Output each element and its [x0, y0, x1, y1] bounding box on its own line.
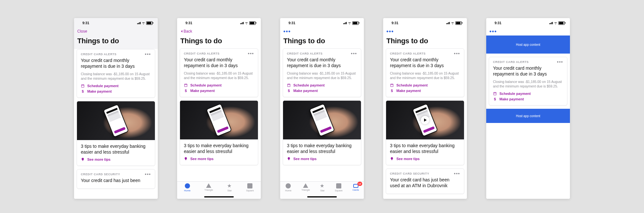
- see-more-tips-action[interactable]: See more tips: [287, 157, 357, 161]
- nav-overflow-button[interactable]: •••: [489, 30, 497, 33]
- battery-icon: [249, 21, 256, 25]
- cellular-icon: [137, 22, 141, 24]
- scroll-area[interactable]: Things to do CREDIT CARD ALERTS••• Your …: [280, 36, 364, 199]
- nav-overflow-button[interactable]: •••: [386, 30, 394, 33]
- tips-card[interactable]: 3 tips to make everyday banking easier a…: [386, 100, 464, 165]
- cellular-icon: [240, 22, 244, 24]
- home-indicator[interactable]: [307, 196, 337, 198]
- make-payment-action[interactable]: $Make payment: [493, 97, 563, 101]
- credit-card-alert-card[interactable]: CREDIT CARD ALERTS••• Your credit card m…: [489, 57, 567, 106]
- tips-card-image: [77, 101, 155, 140]
- cellular-icon: [446, 22, 450, 24]
- tips-card-image: [180, 101, 258, 139]
- schedule-payment-action[interactable]: Schedule payment: [81, 84, 151, 88]
- make-payment-action[interactable]: $ Make payment: [81, 89, 151, 93]
- card-overflow-icon[interactable]: •••: [145, 53, 151, 55]
- page-title: Things to do: [283, 37, 361, 45]
- make-payment-action[interactable]: $Make payment: [390, 89, 460, 93]
- wifi-icon: [348, 21, 351, 25]
- status-bar: 9:31: [177, 18, 261, 26]
- tab-home[interactable]: Home: [184, 183, 191, 192]
- tab-star[interactable]: ★Star: [320, 183, 325, 192]
- scroll-area[interactable]: CREDIT CARD ALERTS ••• Your credit card …: [74, 49, 158, 199]
- phone-variant-video: 9:31 ••• Things to do CREDIT CARD ALERTS…: [383, 18, 467, 199]
- tab-star[interactable]: ★Star: [227, 183, 232, 192]
- phone-variant-embedded: 9:31 ••• Host app content CREDIT CARD AL…: [486, 18, 570, 199]
- close-button[interactable]: Close: [77, 29, 87, 34]
- calendar-icon: [184, 83, 188, 87]
- dollar-icon: $: [287, 89, 291, 93]
- circle-icon: [286, 183, 291, 188]
- nav-bar: •••: [280, 26, 364, 36]
- tab-triangle[interactable]: Triangle: [301, 183, 310, 191]
- credit-card-security-card[interactable]: CREDIT CARD SECURITY••• Your credit card…: [386, 168, 464, 194]
- schedule-payment-action[interactable]: Schedule payment: [390, 83, 460, 87]
- home-indicator[interactable]: [204, 196, 234, 198]
- scroll-area[interactable]: Things to do CREDIT CARD ALERTS••• Your …: [383, 36, 467, 199]
- card-overflow-icon[interactable]: •••: [454, 173, 460, 175]
- status-time: 9:31: [392, 21, 398, 25]
- tab-badge: 12: [357, 182, 362, 186]
- lightbulb-icon: [81, 157, 85, 161]
- chevron-left-icon: [180, 29, 184, 33]
- host-app-placeholder-top: Host app content: [486, 36, 570, 54]
- credit-card-security-card[interactable]: CREDIT CARD SECURITY ••• Your credit car…: [77, 169, 155, 189]
- status-bar: 9:31: [280, 18, 364, 26]
- card-caption: CREDIT CARD SECURITY: [81, 173, 120, 176]
- circle-icon: [185, 183, 190, 188]
- calendar-icon: [81, 84, 85, 88]
- credit-card-alert-card[interactable]: CREDIT CARD ALERTS••• Your credit card m…: [283, 48, 361, 97]
- card-overflow-icon[interactable]: •••: [454, 53, 460, 55]
- wifi-icon: [554, 21, 557, 25]
- tips-card[interactable]: 3 tips to make everyday banking easier a…: [283, 100, 361, 165]
- wifi-icon: [451, 21, 454, 25]
- nav-bar: •••: [486, 26, 570, 36]
- credit-card-alert-card[interactable]: CREDIT CARD ALERTS••• Your credit card m…: [180, 48, 258, 97]
- tips-card[interactable]: 3 tips to make everyday banking easier a…: [180, 100, 258, 165]
- card-overflow-icon[interactable]: •••: [248, 53, 254, 55]
- schedule-payment-action[interactable]: Schedule payment: [493, 92, 563, 96]
- credit-card-alert-card[interactable]: CREDIT CARD ALERTS••• Your credit card m…: [386, 48, 464, 97]
- tab-triangle[interactable]: Triangle: [204, 183, 213, 191]
- status-time: 9:31: [82, 21, 89, 25]
- tab-square[interactable]: Square: [335, 183, 343, 192]
- see-more-tips-action[interactable]: See more tips: [390, 157, 460, 161]
- dollar-icon: $: [390, 89, 394, 93]
- tab-square[interactable]: Square: [246, 183, 254, 192]
- back-button[interactable]: Back: [180, 29, 192, 34]
- page-title: Things to do: [386, 37, 464, 45]
- tips-card[interactable]: 3 tips to make everyday banking easier a…: [77, 101, 155, 166]
- phone-variant-close: 9:31 Close Things to do C: [74, 18, 158, 199]
- make-payment-action[interactable]: $Make payment: [287, 89, 357, 93]
- card-title: Your credit card has just been: [81, 178, 151, 183]
- host-app-placeholder-bottom: Host app content: [486, 109, 570, 123]
- credit-card-alert-card[interactable]: CREDIT CARD ALERTS ••• Your credit card …: [77, 49, 155, 98]
- see-more-tips-action[interactable]: See more tips: [81, 157, 151, 161]
- cellular-icon: [343, 22, 347, 24]
- tips-card-title: 3 tips to make everyday banking easier a…: [81, 143, 151, 155]
- card-overflow-icon[interactable]: •••: [351, 53, 357, 55]
- see-more-tips-action[interactable]: See more tips: [184, 157, 254, 161]
- status-time: 9:31: [289, 21, 295, 25]
- square-icon: [247, 183, 252, 188]
- tab-home[interactable]: Home: [285, 183, 291, 192]
- scroll-area[interactable]: Host app content CREDIT CARD ALERTS••• Y…: [486, 36, 570, 199]
- card-overflow-icon[interactable]: •••: [145, 173, 151, 175]
- cellular-icon: [549, 22, 553, 24]
- lightbulb-icon: [184, 157, 188, 161]
- scroll-area[interactable]: Things to do CREDIT CARD ALERTS••• Your …: [177, 36, 261, 199]
- tab-cards[interactable]: Cards 12: [353, 183, 359, 191]
- schedule-payment-action[interactable]: Schedule payment: [184, 83, 254, 87]
- play-icon[interactable]: [421, 116, 429, 124]
- status-time: 9:31: [495, 21, 501, 25]
- nav-bar: Back: [177, 26, 261, 36]
- schedule-payment-action[interactable]: Schedule payment: [287, 83, 357, 87]
- nav-overflow-button[interactable]: •••: [283, 30, 291, 33]
- battery-icon: [146, 21, 153, 25]
- calendar-icon: [287, 83, 291, 87]
- make-payment-action[interactable]: $Make payment: [184, 89, 254, 93]
- tips-card-video[interactable]: [386, 101, 464, 139]
- nav-bar: Close: [74, 26, 158, 36]
- card-overflow-icon[interactable]: •••: [557, 61, 563, 63]
- wifi-icon: [245, 21, 248, 25]
